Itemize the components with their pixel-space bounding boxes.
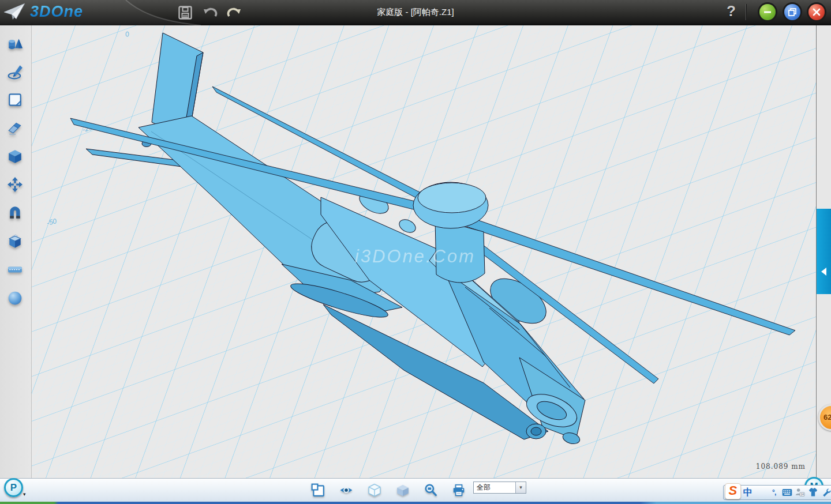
fullwidth-moon-icon [757,488,766,497]
view-layout-button[interactable] [309,482,327,499]
material-sphere-icon [7,289,23,306]
paper-plane-icon [3,2,27,21]
ime-fullwidth-toggle[interactable] [755,486,767,499]
rotor-cap-top [418,183,486,213]
print-button[interactable] [450,482,467,499]
print-icon [452,483,466,497]
ime-mode-chinese[interactable]: 中 [742,486,754,499]
measure-icon [7,261,23,277]
soft-keyboard-icon [782,488,792,497]
save-button[interactable] [177,4,194,21]
wireframe-display-button[interactable] [366,482,383,499]
shaded-display-icon [396,483,410,497]
app-name: 3DOne [30,3,83,21]
expand-panel-tab[interactable] [817,209,831,294]
skin-tshirt-icon [808,488,818,497]
visibility-button[interactable] [338,482,355,499]
undo-button[interactable] [201,4,219,21]
app-logo: 3DOne [3,2,83,21]
sogou-logo[interactable]: S [725,483,741,499]
move-tool-icon [7,176,23,193]
sidebar-item-solid-edit[interactable] [7,148,24,166]
sidebar-item-material[interactable] [7,289,24,307]
sidebar-item-primitives[interactable] [7,36,24,53]
redo-icon [226,5,242,20]
chin-turret-core [531,427,541,435]
view-layout-icon [311,483,325,497]
settings-wrench-icon [822,488,831,497]
watermark: i3DOne.Com [355,246,476,266]
dropdown-arrow-icon[interactable]: ▾ [515,482,526,493]
help-button[interactable]: ? [723,2,740,22]
bottom-toolbar: P ▾ [0,478,831,502]
sidebar-item-snap[interactable] [7,205,24,222]
minimize-icon [763,8,772,16]
display-filter-dropdown[interactable]: 全部 ▾ [473,482,526,494]
zoom-view-icon [424,483,437,497]
wireframe-display-icon [368,483,381,497]
save-icon [178,5,193,20]
quick-menu-arrow[interactable]: ▾ [23,491,26,497]
title-bar: 3DOne 家庭版 - [阿帕奇.Z1] ? [0,0,831,25]
titlebar-divider [746,4,746,20]
collapse-left-arrow-icon [821,268,826,276]
restore-icon [788,8,796,16]
magnet-snap-icon [7,205,23,221]
close-button[interactable] [808,4,825,20]
model-canvas: 0 -25 -50 [32,25,816,479]
sketch-plane-icon [7,92,23,108]
ime-toolbar: S 中 °, 14 [723,485,831,500]
titlebar-swoosh [0,0,831,25]
shaded-display-button[interactable] [394,482,411,499]
ime-skin[interactable] [807,486,819,499]
sketch-draw-icon [7,64,23,80]
user-icon: 14 [795,488,805,497]
viewport-3d[interactable]: 0 -25 -50 [32,25,816,479]
ime-punctuation-toggle[interactable]: °, [768,486,780,499]
unbox-icon [7,233,23,249]
sidebar-item-erase[interactable] [7,120,24,137]
eraser-trim-icon [7,120,23,136]
solid-primitives-icon [7,36,23,52]
sidebar-item-sketch-plane[interactable] [7,92,24,109]
solid-cube-icon [7,148,23,164]
sidebar-item-measure[interactable] [7,261,24,279]
sidebar-item-sketch[interactable] [7,64,24,81]
measurement-readout: 108.089 mm [756,462,806,471]
document-title: 家庭版 - [阿帕奇.Z1] [0,0,831,24]
ime-settings[interactable] [820,486,831,499]
user-badge-label: 14 [801,492,804,496]
ime-user-account[interactable]: 14 [794,486,806,499]
redo-button[interactable] [226,4,243,21]
undo-icon [202,5,218,20]
restore-button[interactable] [784,4,800,20]
minimize-button[interactable] [759,4,776,20]
quick-badge-left[interactable]: P [4,478,23,497]
ime-soft-keyboard[interactable] [781,486,793,499]
display-filter-value: 全部 [474,482,515,493]
sidebar-item-unbox[interactable] [7,233,24,250]
3done-window: 0 -25 -50 [0,0,831,504]
taskbar-edge [0,502,831,504]
visibility-eye-icon [339,483,353,497]
notification-count: 62 [823,413,831,422]
sidebar-item-move[interactable] [7,176,24,194]
tool-sidebar [0,25,32,479]
close-icon [813,8,821,16]
zoom-view-button[interactable] [422,482,439,499]
